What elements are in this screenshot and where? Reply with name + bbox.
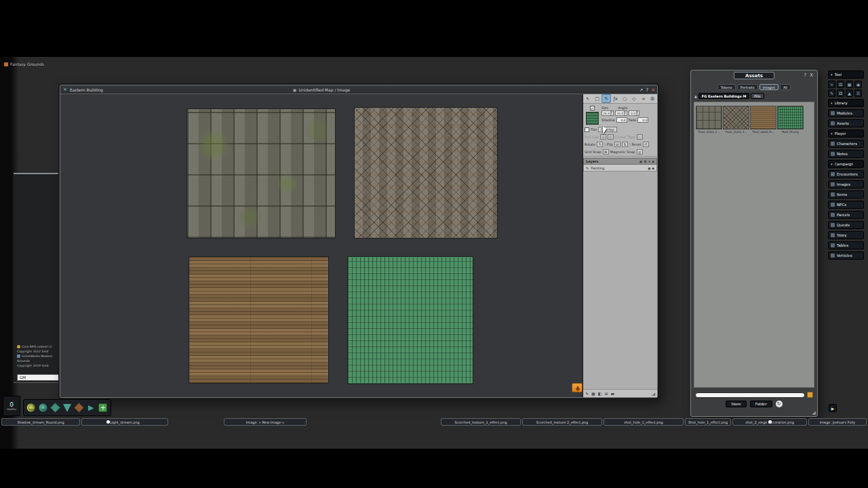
chat-window[interactable]: Core RPG ruleset (2 Copyright 2022 Smit … xyxy=(14,173,60,383)
texture-icon[interactable]: ▦ xyxy=(591,391,595,396)
fill-angle-field[interactable]: 0.0 xyxy=(629,110,639,116)
map-window-titlebar[interactable]: × Eastern Building ▣ Unidentified Map / … xyxy=(60,85,657,94)
d20-icon[interactable] xyxy=(50,403,60,413)
module-breadcrumb-button[interactable]: FG Eastern Buildings M xyxy=(698,93,750,99)
sidebar-header-player[interactable]: ▾ Player xyxy=(828,129,864,138)
sidebar-item-notes[interactable]: Notes xyxy=(828,150,864,158)
grid-icon[interactable]: ⊞ xyxy=(604,391,608,396)
draw-icon[interactable]: ✎ xyxy=(828,89,835,97)
tab-images[interactable]: Images xyxy=(760,84,778,90)
taskbar-tab-scorched-1[interactable]: Scorched_texture_1_effect.png xyxy=(441,418,521,426)
sidebar-item-npcs[interactable]: NPCs xyxy=(828,201,864,209)
flip-horizontal-button[interactable]: ⇄ xyxy=(614,142,620,147)
taskbar-tab-shadow-stream[interactable]: Shadow_stream_Round.png xyxy=(1,418,80,426)
fade-field[interactable]: 0.0 xyxy=(637,117,648,123)
rotate-button[interactable]: ↻ xyxy=(597,142,603,147)
store-button[interactable]: Store xyxy=(726,401,747,407)
map-canvas[interactable] xyxy=(60,94,583,397)
effects-tool-icon[interactable]: ƒx xyxy=(612,95,620,102)
resize-window-icon[interactable]: ↗ xyxy=(639,87,644,93)
resize-grip-icon[interactable]: ◢ xyxy=(812,410,816,415)
sidebar-item-images[interactable]: Images xyxy=(828,180,864,188)
sidebar-header-tool[interactable]: ▾ Tool xyxy=(828,70,864,79)
taskbar-tab-shot-hole-2[interactable]: Shot_hole_1_effect.png xyxy=(685,418,731,426)
tab-all[interactable]: All xyxy=(780,84,791,90)
help-icon[interactable]: ? xyxy=(646,87,648,93)
sidebar-header-campaign[interactable]: ▾ Campaign xyxy=(828,160,864,168)
reset-button[interactable]: ↺ xyxy=(643,142,649,147)
sidebar-expand-button[interactable]: ▶ xyxy=(829,404,837,412)
asset-item-floor-stone-1[interactable]: Floor_stone_1... xyxy=(696,106,722,134)
stepper-icon[interactable] xyxy=(610,111,612,115)
pencil-icon[interactable]: ✎ xyxy=(585,391,589,396)
eye-icon[interactable]: ◉ xyxy=(648,166,650,170)
circle-tool-icon[interactable]: ○ xyxy=(620,95,629,102)
target-icon[interactable]: ◉ xyxy=(854,81,862,88)
modifier-stack[interactable]: 0 Modifier xyxy=(3,396,20,416)
store-badge-icon[interactable] xyxy=(807,392,813,398)
visibility-icon[interactable]: ◉ xyxy=(639,159,642,163)
arrow-icon[interactable]: ▶ xyxy=(87,403,96,412)
smiley-teal-icon[interactable]: ☺ xyxy=(39,403,47,412)
assets-title-tab[interactable]: Assets xyxy=(734,72,774,79)
close-tab-icon[interactable]: × xyxy=(63,87,67,92)
asset-search-input[interactable] xyxy=(695,392,805,398)
stone-tile-texture[interactable] xyxy=(187,109,335,238)
sidebar-item-encounters[interactable]: Encounters xyxy=(828,170,864,178)
sidebar-item-quests[interactable]: Quests xyxy=(828,221,864,229)
sidebar-item-parcels[interactable]: Parcels xyxy=(828,211,864,219)
sidebar-item-modules[interactable]: Modules xyxy=(828,109,864,117)
chat-identity-field[interactable]: GM xyxy=(17,374,59,381)
collapse-icon[interactable]: ▲ xyxy=(694,94,697,98)
flip-vertical-button[interactable]: ⇅ xyxy=(622,142,628,147)
fill-size-x-field[interactable]: 20.0 xyxy=(601,110,614,116)
tab-tokens[interactable]: Tokens xyxy=(717,84,736,90)
grid-snap-button[interactable]: ⊞ xyxy=(603,149,609,155)
grid-icon[interactable]: ▦ xyxy=(846,81,853,88)
dice-tower-icon[interactable]: ⚅ xyxy=(837,89,844,97)
folder-button[interactable]: Folder xyxy=(750,401,772,407)
green-shingle-texture[interactable] xyxy=(348,257,473,384)
select-tool-icon[interactable]: ↖ xyxy=(584,95,592,102)
sidebar-header-library[interactable]: ▾ Library xyxy=(828,99,864,107)
overlap-button[interactable]: Overlap xyxy=(598,127,617,132)
sidebar-item-vehicles[interactable]: Vehicles xyxy=(828,251,864,260)
asset-item-floor-stone-2[interactable]: Floor_stone_2... xyxy=(723,106,749,134)
fills-filter-button[interactable]: Fills xyxy=(751,93,764,99)
tab-portraits[interactable]: Portraits xyxy=(737,84,758,90)
pointer-pin-icon[interactable] xyxy=(63,404,71,412)
add-icon[interactable]: + xyxy=(98,403,107,412)
sidebar-item-characters[interactable]: Characters xyxy=(828,140,864,148)
help-icon[interactable]: ? xyxy=(804,73,806,78)
tile-checkbox[interactable] xyxy=(585,127,589,132)
fill-enabled-checkbox[interactable] xyxy=(590,106,595,110)
wood-plank-texture[interactable] xyxy=(189,257,328,383)
asset-item-floor-wood[interactable]: Floor_wood_fil... xyxy=(750,106,776,134)
taskbar-tab-new-image[interactable]: Image: « New Image » xyxy=(224,418,307,426)
taskbar-tab-light-stream[interactable]: Light_stream.png xyxy=(81,418,168,426)
shadow-field[interactable]: 0.0 xyxy=(616,117,627,123)
shape-tool-icon[interactable]: □ xyxy=(593,95,601,102)
map-tab-label[interactable]: Eastern Building xyxy=(70,87,103,92)
magnetic-snap-button[interactable]: ◎ xyxy=(637,149,643,155)
herringbone-brick-texture[interactable] xyxy=(355,108,497,238)
lock-layers-icon[interactable]: ▪ xyxy=(652,159,654,163)
half-tone-icon[interactable]: ◧ xyxy=(598,391,602,396)
fill-size-y-field[interactable]: 20.0 xyxy=(615,110,627,116)
stepper-icon[interactable] xyxy=(636,111,638,115)
stepper-icon[interactable] xyxy=(624,111,626,115)
dice-icon[interactable]: ⚄ xyxy=(837,81,844,88)
polygon-tool-icon[interactable]: ◇ xyxy=(630,95,638,102)
sidebar-item-assets[interactable]: Assets xyxy=(828,119,864,127)
close-window-icon[interactable]: X xyxy=(810,73,813,78)
grid-icon[interactable]: ⊞ xyxy=(644,159,646,163)
resize-grip-icon[interactable]: ◢ xyxy=(652,391,655,396)
taskbar-tab-siege-decoration[interactable]: shot_2_siege decoration.png xyxy=(732,418,807,426)
refresh-icon[interactable]: ↻ xyxy=(776,401,783,407)
sidebar-item-story[interactable]: Story xyxy=(828,231,864,239)
close-window-icon[interactable]: × xyxy=(651,87,655,93)
sidebar-item-tables[interactable]: Tables xyxy=(828,241,864,249)
taskbar-tab-scorched-2[interactable]: Scorched_texture 2_effect.png xyxy=(522,418,602,426)
lock-icon[interactable]: ▪ xyxy=(652,166,654,170)
pointer-icon[interactable]: ▲ xyxy=(846,89,853,97)
